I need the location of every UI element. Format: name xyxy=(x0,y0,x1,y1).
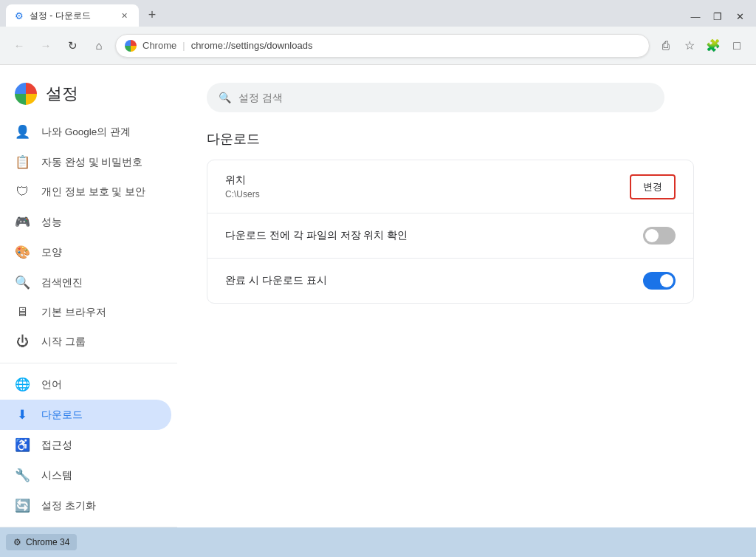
sidebar-label-search: 검색엔진 xyxy=(41,276,83,290)
sidebar-label-downloads: 다운로드 xyxy=(41,409,83,422)
power-icon: ⏻ xyxy=(15,335,30,349)
chrome-logo xyxy=(15,83,37,105)
taskbar-chrome-item[interactable]: ⚙ Chrome 34 xyxy=(6,534,77,550)
palette-icon: 🎨 xyxy=(15,245,30,260)
sidebar-item-language[interactable]: 🌐 언어 xyxy=(0,369,171,400)
title-bar: ⚙ 설정 - 다운로드 ✕ + — ❐ ✕ xyxy=(0,0,756,27)
forward-button[interactable]: → xyxy=(35,35,56,56)
address-text: chrome://settings/downloads xyxy=(191,40,640,51)
sidebar-item-reset[interactable]: 🔄 설정 초기화 xyxy=(0,491,171,521)
sidebar-item-google-account[interactable]: 👤 나와 Google의 관계 xyxy=(0,117,171,147)
taskbar: ⚙ Chrome 34 xyxy=(0,527,756,557)
ask-where-toggle[interactable] xyxy=(643,227,676,245)
ask-where-slider xyxy=(643,227,676,245)
downloads-settings-card: 위치 C:\Users 변경 다운로드 전에 각 파일의 저장 위치 확인 xyxy=(207,160,694,304)
address-prefix: Chrome xyxy=(142,40,176,51)
minimize-button[interactable]: — xyxy=(685,9,706,24)
content-area: 설정 👤 나와 Google의 관계 📋 자동 완성 및 비밀번호 🛡 개인 정… xyxy=(0,65,756,527)
download-icon: ⬇ xyxy=(15,407,30,423)
settings-search-bar[interactable]: 🔍 xyxy=(207,83,664,112)
sidebar-label-performance: 성능 xyxy=(41,216,62,229)
window-controls: — ❐ ✕ xyxy=(685,9,750,24)
toolbar-actions: ⎙ ☆ 🧩 □ xyxy=(656,35,747,56)
refresh-button[interactable]: ↻ xyxy=(62,35,83,56)
show-complete-label: 완료 시 다운로드 표시 xyxy=(225,274,327,287)
tab-favicon: ⚙ xyxy=(15,10,24,21)
tab-close-button[interactable]: ✕ xyxy=(118,10,130,21)
monitor-icon: 🖥 xyxy=(15,305,30,320)
active-tab[interactable]: ⚙ 설정 - 다운로드 ✕ xyxy=(6,4,139,27)
performance-icon: 🎮 xyxy=(15,214,30,230)
home-button[interactable]: ⌂ xyxy=(89,35,109,56)
settings-row-ask-where: 다운로드 전에 각 파일의 저장 위치 확인 xyxy=(207,213,693,259)
site-icon xyxy=(125,40,137,52)
sidebar-label-appearance: 모양 xyxy=(41,246,62,259)
sidebar-item-autofill[interactable]: 📋 자동 완성 및 비밀번호 xyxy=(0,147,171,177)
extension-button[interactable]: 🧩 xyxy=(703,35,724,56)
sidebar-item-accessibility[interactable]: ♿ 접근성 xyxy=(0,430,171,460)
share-button[interactable]: ⎙ xyxy=(656,35,676,56)
sidebar-label-system: 시스템 xyxy=(41,469,72,482)
ask-where-label: 다운로드 전에 각 파일의 저장 위치 확인 xyxy=(225,229,408,242)
person-icon: 👤 xyxy=(15,124,30,140)
show-complete-info: 완료 시 다운로드 표시 xyxy=(225,274,327,287)
section-title: 다운로드 xyxy=(207,130,726,148)
sidebar-item-default-browser[interactable]: 🖥 기본 브라우저 xyxy=(0,298,171,327)
sidebar-label-default-browser: 기본 브라우저 xyxy=(41,306,106,319)
sidebar-title: 설정 xyxy=(0,77,177,117)
shield-icon: 🛡 xyxy=(15,185,30,199)
address-bar: ← → ↻ ⌂ Chrome | chrome://settings/downl… xyxy=(0,27,756,65)
sidebar-item-system[interactable]: 🔧 시스템 xyxy=(0,460,171,491)
location-value: C:\Users xyxy=(225,189,260,199)
location-label: 위치 xyxy=(225,174,260,187)
sidebar-item-downloads[interactable]: ⬇ 다운로드 xyxy=(0,400,171,430)
show-complete-toggle[interactable] xyxy=(643,272,676,290)
close-window-button[interactable]: ✕ xyxy=(729,9,750,24)
address-input[interactable]: Chrome | chrome://settings/downloads xyxy=(115,34,650,58)
sidebar-label-reset: 설정 초기화 xyxy=(41,499,96,513)
sidebar-item-search[interactable]: 🔍 검색엔진 xyxy=(0,267,171,298)
sidebar-item-appearance[interactable]: 🎨 모양 xyxy=(0,237,171,267)
taskbar-app-label: Chrome 34 xyxy=(26,537,69,547)
sidebar-item-startup[interactable]: ⏻ 시작 그룹 xyxy=(0,327,171,357)
settings-search-input[interactable] xyxy=(238,92,653,103)
sidebar-label-accessibility: 접근성 xyxy=(41,439,72,452)
sidebar-label-google-account: 나와 Google의 관계 xyxy=(41,126,131,139)
profile-button[interactable]: □ xyxy=(726,35,747,56)
sidebar-label-autofill: 자동 완성 및 비밀번호 xyxy=(41,156,142,169)
search-icon: 🔍 xyxy=(15,275,30,290)
new-tab-button[interactable]: + xyxy=(142,4,162,25)
reset-icon: 🔄 xyxy=(15,498,30,513)
show-complete-slider xyxy=(643,272,676,290)
bookmark-button[interactable]: ☆ xyxy=(679,35,700,56)
location-info: 위치 C:\Users xyxy=(225,174,260,199)
globe-icon: 🌐 xyxy=(15,377,30,392)
main-panel: 🔍 다운로드 위치 C:\Users 변경 다운로드 전 xyxy=(177,65,756,527)
sidebar-label-language: 언어 xyxy=(41,378,62,392)
sidebar-label-privacy: 개인 정보 보호 및 보안 xyxy=(41,185,145,199)
browser-frame: ⚙ 설정 - 다운로드 ✕ + — ❐ ✕ ← → ↻ ⌂ Chrome | c… xyxy=(0,0,756,557)
sidebar-item-performance[interactable]: 🎮 성능 xyxy=(0,207,171,237)
search-icon: 🔍 xyxy=(219,92,231,103)
settings-row-show-complete: 완료 시 다운로드 표시 xyxy=(207,259,693,303)
maximize-button[interactable]: ❐ xyxy=(707,9,728,24)
sidebar-label-startup: 시작 그룹 xyxy=(41,335,86,349)
document-icon: 📋 xyxy=(15,154,30,170)
ask-where-info: 다운로드 전에 각 파일의 저장 위치 확인 xyxy=(225,229,408,242)
settings-row-location: 위치 C:\Users 변경 xyxy=(207,160,693,213)
back-button[interactable]: ← xyxy=(9,35,30,56)
taskbar-app-icon: ⚙ xyxy=(13,537,21,547)
tab-title: 설정 - 다운로드 xyxy=(30,10,91,22)
sidebar-divider xyxy=(0,363,177,363)
change-location-button[interactable]: 변경 xyxy=(630,174,676,199)
sidebar: 설정 👤 나와 Google의 관계 📋 자동 완성 및 비밀번호 🛡 개인 정… xyxy=(0,65,177,527)
sidebar-item-privacy[interactable]: 🛡 개인 정보 보호 및 보안 xyxy=(0,177,171,207)
wrench-icon: 🔧 xyxy=(15,468,30,483)
accessibility-icon: ♿ xyxy=(15,437,30,453)
